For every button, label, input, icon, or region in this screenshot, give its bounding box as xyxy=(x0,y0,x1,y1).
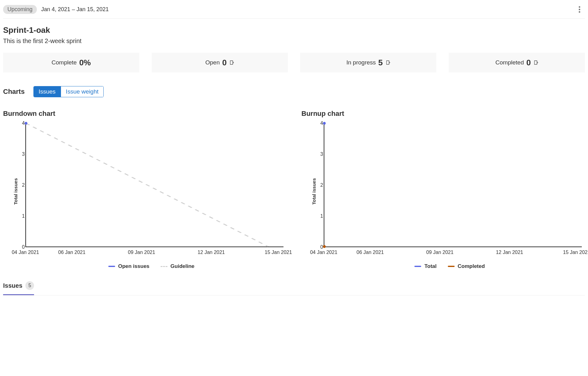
legend-completed-label: Completed xyxy=(458,263,485,269)
issues-count-badge: 5 xyxy=(25,281,34,290)
header-row: Upcoming Jan 4, 2021 – Jan 15, 2021 xyxy=(3,3,585,19)
external-link-icon xyxy=(533,60,538,65)
swatch-icon xyxy=(414,266,421,267)
xtick: 04 Jan 2021 xyxy=(12,250,39,255)
ytick: 3 xyxy=(18,151,25,157)
burnup-legend: Total Completed xyxy=(301,263,585,269)
ytick: 1 xyxy=(316,213,323,219)
ytick: 1 xyxy=(18,213,25,219)
xtick: 15 Jan 2021 xyxy=(563,250,588,255)
external-link-icon xyxy=(385,60,390,65)
stat-completed-label: Completed xyxy=(495,59,524,66)
burndown-chart: Burndown chart Total issues 0 1 2 3 4 04… xyxy=(3,110,287,269)
ytick: 2 xyxy=(18,182,25,188)
xtick: 06 Jan 2021 xyxy=(58,250,85,255)
xtick: 09 Jan 2021 xyxy=(426,250,453,255)
ytick: 2 xyxy=(316,182,323,188)
tab-issues[interactable]: Issues 5 xyxy=(3,278,34,295)
legend-completed[interactable]: Completed xyxy=(448,263,485,269)
ytick: 4 xyxy=(316,120,323,126)
burndown-plot-area xyxy=(25,123,283,247)
chart-mode-segmented[interactable]: Issues Issue weight xyxy=(33,86,104,97)
bottom-tabs: Issues 5 xyxy=(3,278,585,295)
xtick: 12 Jan 2021 xyxy=(197,250,225,255)
stats-row: Complete 0% Open 0 In progress 5 Complet… xyxy=(3,53,585,72)
stat-completed[interactable]: Completed 0 xyxy=(449,53,585,72)
ytick: 4 xyxy=(18,120,25,126)
legend-guide-label: Guideline xyxy=(171,263,194,269)
xtick: 15 Jan 2021 xyxy=(265,250,292,255)
burnup-ylabel: Total issues xyxy=(311,178,317,205)
burndown-legend: Open issues Guideline xyxy=(3,263,287,269)
charts-row: Burndown chart Total issues 0 1 2 3 4 04… xyxy=(3,110,585,269)
open-issues-point xyxy=(25,122,28,125)
status-badge: Upcoming xyxy=(3,5,37,14)
burndown-xticks: 04 Jan 2021 06 Jan 2021 09 Jan 2021 12 J… xyxy=(25,250,283,258)
burnup-xticks: 04 Jan 2021 06 Jan 2021 09 Jan 2021 12 J… xyxy=(324,250,582,258)
burnup-points xyxy=(324,123,582,247)
charts-header: Charts Issues Issue weight xyxy=(3,86,585,97)
total-point xyxy=(323,122,326,125)
ytick: 3 xyxy=(316,151,323,157)
tab-issues-label: Issues xyxy=(3,282,22,289)
stat-complete-value: 0% xyxy=(79,58,91,68)
date-range: Jan 4, 2021 – Jan 15, 2021 xyxy=(41,6,109,13)
stat-inprogress[interactable]: In progress 5 xyxy=(300,53,436,72)
stat-open[interactable]: Open 0 xyxy=(152,53,288,72)
stat-open-value: 0 xyxy=(222,58,227,68)
ytick: 0 xyxy=(316,244,323,250)
header-left: Upcoming Jan 4, 2021 – Jan 15, 2021 xyxy=(3,5,109,14)
legend-total[interactable]: Total xyxy=(414,263,436,269)
legend-guideline[interactable]: Guideline xyxy=(161,263,194,269)
swatch-icon xyxy=(108,266,115,267)
stat-open-label: Open xyxy=(205,59,220,66)
burnup-chart: Burnup chart Total issues 0 1 2 3 4 04 J… xyxy=(301,110,585,269)
xtick: 09 Jan 2021 xyxy=(128,250,155,255)
xtick: 06 Jan 2021 xyxy=(357,250,384,255)
stat-inprogress-label: In progress xyxy=(346,59,376,66)
burnup-yticks: 0 1 2 3 4 xyxy=(316,123,323,247)
ytick: 0 xyxy=(18,244,25,250)
legend-total-label: Total xyxy=(424,263,436,269)
legend-open-label: Open issues xyxy=(118,263,149,269)
dash-icon xyxy=(161,266,167,267)
xtick: 04 Jan 2021 xyxy=(310,250,337,255)
burnup-wrap: Total issues 0 1 2 3 4 04 Jan 2021 06 Ja… xyxy=(301,123,585,260)
burndown-wrap: Total issues 0 1 2 3 4 04 Jan 2021 06 Ja… xyxy=(3,123,287,260)
stat-inprogress-value: 5 xyxy=(378,58,383,68)
burndown-ylabel: Total issues xyxy=(13,178,18,205)
kebab-menu-icon[interactable] xyxy=(576,5,583,14)
completed-point xyxy=(323,245,326,248)
stat-completed-value: 0 xyxy=(526,58,531,68)
burndown-title: Burndown chart xyxy=(3,110,287,118)
stat-complete: Complete 0% xyxy=(3,53,139,72)
burndown-points xyxy=(26,123,283,247)
legend-open-issues[interactable]: Open issues xyxy=(108,263,149,269)
stat-complete-label: Complete xyxy=(52,59,77,66)
burnup-plot-area xyxy=(324,123,582,247)
burnup-title: Burnup chart xyxy=(301,110,585,118)
swatch-icon xyxy=(448,266,455,267)
sprint-description: This is the first 2-week sprint xyxy=(3,37,585,45)
external-link-icon xyxy=(229,60,234,65)
sprint-title: Sprint-1-oak xyxy=(3,25,585,35)
seg-issues[interactable]: Issues xyxy=(34,86,61,97)
xtick: 12 Jan 2021 xyxy=(496,250,523,255)
charts-title: Charts xyxy=(3,88,25,96)
seg-issue-weight[interactable]: Issue weight xyxy=(61,86,104,97)
burndown-yticks: 0 1 2 3 4 xyxy=(18,123,25,247)
